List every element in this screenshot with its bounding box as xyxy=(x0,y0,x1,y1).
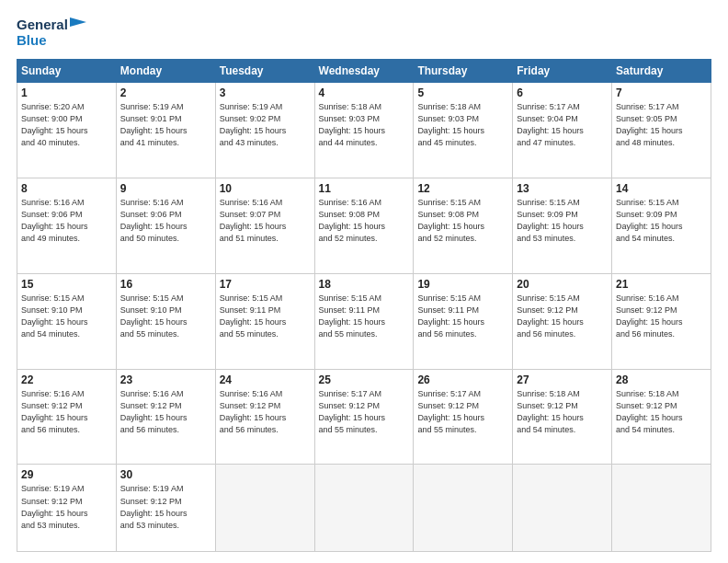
calendar-cell: 18Sunrise: 5:15 AMSunset: 9:11 PMDayligh… xyxy=(314,273,414,369)
day-number: 17 xyxy=(220,278,311,291)
header-wednesday: Wednesday xyxy=(314,59,414,82)
calendar-cell: 13Sunrise: 5:15 AMSunset: 9:09 PMDayligh… xyxy=(513,178,612,273)
day-info: Sunrise: 5:15 AMSunset: 9:09 PMDaylight:… xyxy=(616,197,707,245)
day-info: Sunrise: 5:19 AMSunset: 9:02 PMDaylight:… xyxy=(220,101,311,149)
page: General Blue Sunday Monday Tuesday Wedne… xyxy=(0,0,728,563)
day-number: 11 xyxy=(319,182,410,195)
logo: General Blue xyxy=(17,17,86,50)
day-number: 22 xyxy=(21,373,112,386)
calendar-cell: 23Sunrise: 5:16 AMSunset: 9:12 PMDayligh… xyxy=(116,369,215,465)
day-info: Sunrise: 5:19 AMSunset: 9:01 PMDaylight:… xyxy=(120,101,211,149)
calendar-cell: 27Sunrise: 5:18 AMSunset: 9:12 PMDayligh… xyxy=(513,369,612,465)
day-number: 28 xyxy=(616,373,707,386)
day-number: 14 xyxy=(616,182,707,195)
day-info: Sunrise: 5:15 AMSunset: 9:08 PMDaylight:… xyxy=(417,197,508,245)
day-number: 18 xyxy=(319,278,410,291)
day-number: 16 xyxy=(120,278,211,291)
day-info: Sunrise: 5:18 AMSunset: 9:03 PMDaylight:… xyxy=(417,101,508,149)
day-info: Sunrise: 5:16 AMSunset: 9:12 PMDaylight:… xyxy=(21,388,112,436)
day-info: Sunrise: 5:15 AMSunset: 9:10 PMDaylight:… xyxy=(21,293,112,340)
calendar-cell: 1Sunrise: 5:20 AMSunset: 9:00 PMDaylight… xyxy=(17,82,117,178)
day-number: 21 xyxy=(616,278,707,291)
calendar-header-row: Sunday Monday Tuesday Wednesday Thursday… xyxy=(17,59,711,82)
calendar-cell xyxy=(314,465,414,552)
day-number: 3 xyxy=(220,86,311,99)
day-info: Sunrise: 5:15 AMSunset: 9:11 PMDaylight:… xyxy=(319,293,410,340)
calendar-cell xyxy=(612,465,711,552)
day-number: 6 xyxy=(517,86,608,99)
day-info: Sunrise: 5:18 AMSunset: 9:12 PMDaylight:… xyxy=(616,388,707,436)
day-number: 8 xyxy=(21,182,112,195)
day-info: Sunrise: 5:19 AMSunset: 9:12 PMDaylight:… xyxy=(21,483,112,531)
day-number: 25 xyxy=(319,373,410,386)
day-info: Sunrise: 5:15 AMSunset: 9:11 PMDaylight:… xyxy=(417,293,508,340)
day-info: Sunrise: 5:17 AMSunset: 9:05 PMDaylight:… xyxy=(616,101,707,149)
day-info: Sunrise: 5:19 AMSunset: 9:12 PMDaylight:… xyxy=(120,483,211,531)
day-info: Sunrise: 5:20 AMSunset: 9:00 PMDaylight:… xyxy=(21,101,112,149)
day-info: Sunrise: 5:16 AMSunset: 9:12 PMDaylight:… xyxy=(120,388,211,436)
calendar-cell: 15Sunrise: 5:15 AMSunset: 9:10 PMDayligh… xyxy=(17,273,117,369)
header: General Blue xyxy=(17,17,711,50)
calendar-cell xyxy=(513,465,612,552)
calendar-cell: 12Sunrise: 5:15 AMSunset: 9:08 PMDayligh… xyxy=(414,178,513,273)
calendar-cell: 9Sunrise: 5:16 AMSunset: 9:06 PMDaylight… xyxy=(116,178,215,273)
day-number: 27 xyxy=(517,373,608,386)
calendar-cell: 25Sunrise: 5:17 AMSunset: 9:12 PMDayligh… xyxy=(314,369,414,465)
day-info: Sunrise: 5:15 AMSunset: 9:09 PMDaylight:… xyxy=(517,197,608,245)
header-tuesday: Tuesday xyxy=(215,59,314,82)
day-number: 4 xyxy=(319,86,410,99)
day-number: 19 xyxy=(417,278,508,291)
day-number: 9 xyxy=(120,182,211,195)
calendar-cell: 8Sunrise: 5:16 AMSunset: 9:06 PMDaylight… xyxy=(17,178,117,273)
day-info: Sunrise: 5:15 AMSunset: 9:12 PMDaylight:… xyxy=(517,293,608,340)
day-number: 1 xyxy=(21,86,112,99)
header-monday: Monday xyxy=(116,59,215,82)
calendar-cell: 3Sunrise: 5:19 AMSunset: 9:02 PMDaylight… xyxy=(215,82,314,178)
calendar-cell: 2Sunrise: 5:19 AMSunset: 9:01 PMDaylight… xyxy=(116,82,215,178)
day-info: Sunrise: 5:17 AMSunset: 9:04 PMDaylight:… xyxy=(517,101,608,149)
day-number: 20 xyxy=(517,278,608,291)
day-number: 15 xyxy=(21,278,112,291)
calendar-cell: 17Sunrise: 5:15 AMSunset: 9:11 PMDayligh… xyxy=(215,273,314,369)
day-info: Sunrise: 5:16 AMSunset: 9:12 PMDaylight:… xyxy=(220,388,311,436)
day-number: 5 xyxy=(417,86,508,99)
calendar-cell: 11Sunrise: 5:16 AMSunset: 9:08 PMDayligh… xyxy=(314,178,414,273)
day-info: Sunrise: 5:16 AMSunset: 9:12 PMDaylight:… xyxy=(616,293,707,340)
day-number: 26 xyxy=(417,373,508,386)
calendar-cell: 24Sunrise: 5:16 AMSunset: 9:12 PMDayligh… xyxy=(215,369,314,465)
day-info: Sunrise: 5:15 AMSunset: 9:10 PMDaylight:… xyxy=(120,293,211,340)
calendar-cell: 14Sunrise: 5:15 AMSunset: 9:09 PMDayligh… xyxy=(612,178,711,273)
calendar-cell: 20Sunrise: 5:15 AMSunset: 9:12 PMDayligh… xyxy=(513,273,612,369)
day-number: 24 xyxy=(220,373,311,386)
calendar-cell: 10Sunrise: 5:16 AMSunset: 9:07 PMDayligh… xyxy=(215,178,314,273)
day-number: 29 xyxy=(21,468,112,481)
day-info: Sunrise: 5:17 AMSunset: 9:12 PMDaylight:… xyxy=(319,388,410,436)
logo-text: General Blue xyxy=(17,17,86,50)
calendar-cell: 26Sunrise: 5:17 AMSunset: 9:12 PMDayligh… xyxy=(414,369,513,465)
calendar-table: Sunday Monday Tuesday Wednesday Thursday… xyxy=(17,59,711,552)
day-info: Sunrise: 5:18 AMSunset: 9:03 PMDaylight:… xyxy=(319,101,410,149)
day-info: Sunrise: 5:16 AMSunset: 9:08 PMDaylight:… xyxy=(319,197,410,245)
day-number: 23 xyxy=(120,373,211,386)
calendar-cell: 4Sunrise: 5:18 AMSunset: 9:03 PMDaylight… xyxy=(314,82,414,178)
svg-marker-0 xyxy=(70,17,86,27)
calendar-cell: 28Sunrise: 5:18 AMSunset: 9:12 PMDayligh… xyxy=(612,369,711,465)
calendar-cell xyxy=(215,465,314,552)
header-thursday: Thursday xyxy=(414,59,513,82)
day-info: Sunrise: 5:16 AMSunset: 9:06 PMDaylight:… xyxy=(21,197,112,245)
day-info: Sunrise: 5:17 AMSunset: 9:12 PMDaylight:… xyxy=(417,388,508,436)
day-info: Sunrise: 5:18 AMSunset: 9:12 PMDaylight:… xyxy=(517,388,608,436)
calendar-cell: 5Sunrise: 5:18 AMSunset: 9:03 PMDaylight… xyxy=(414,82,513,178)
day-info: Sunrise: 5:16 AMSunset: 9:07 PMDaylight:… xyxy=(220,197,311,245)
header-sunday: Sunday xyxy=(17,59,117,82)
calendar-cell: 19Sunrise: 5:15 AMSunset: 9:11 PMDayligh… xyxy=(414,273,513,369)
calendar-cell: 16Sunrise: 5:15 AMSunset: 9:10 PMDayligh… xyxy=(116,273,215,369)
calendar-cell xyxy=(414,465,513,552)
header-saturday: Saturday xyxy=(612,59,711,82)
day-number: 13 xyxy=(517,182,608,195)
day-number: 12 xyxy=(417,182,508,195)
calendar-cell: 21Sunrise: 5:16 AMSunset: 9:12 PMDayligh… xyxy=(612,273,711,369)
calendar-cell: 29Sunrise: 5:19 AMSunset: 9:12 PMDayligh… xyxy=(17,465,117,552)
logo-flag-icon xyxy=(70,17,86,32)
day-info: Sunrise: 5:15 AMSunset: 9:11 PMDaylight:… xyxy=(220,293,311,340)
